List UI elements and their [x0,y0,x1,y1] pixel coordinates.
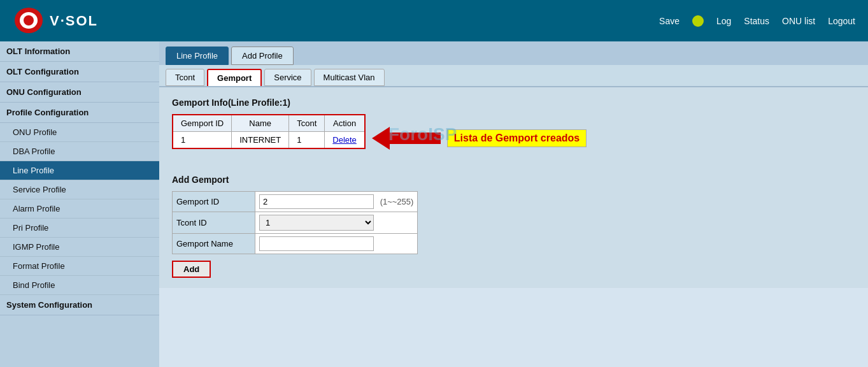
logo-text: V·SOL [50,13,98,29]
sidebar-item-system-configuration[interactable]: System Configuration [0,295,159,315]
table-row: 1 INTERNET 1 Delete [173,132,365,149]
gemport-name-input[interactable] [259,236,374,251]
sidebar-item-service-profile[interactable]: Service Profile [0,180,159,199]
annotation-row: Gemport ID Name Tcont Action 1 INTERNET … [172,114,855,162]
outer-tab-bar: Line Profile Add Profile [159,41,868,65]
svg-point-2 [24,15,34,25]
sidebar: OLT Information OLT Configuration ONU Co… [0,41,159,367]
input-cell-gemport-name [255,234,418,254]
add-button[interactable]: Add [172,261,211,278]
main-wrapper: Line Profile Add Profile Tcont Gemport S… [159,41,868,367]
gemport-table: Gemport ID Name Tcont Action 1 INTERNET … [172,114,366,149]
form-row-gemport-id: Gemport ID (1~~255) [173,192,418,212]
cell-gemport-id: 1 [173,132,232,149]
tab-add-profile[interactable]: Add Profile [231,47,294,65]
gemport-info-title: Gemport Info(Line Profile:1) [172,97,855,108]
sidebar-item-line-profile[interactable]: Line Profile [0,161,159,180]
delete-link[interactable]: Delete [332,135,357,145]
status-link[interactable]: Status [744,16,769,26]
form-row-gemport-name: Gemport Name [173,234,418,254]
label-gemport-name: Gemport Name [173,234,255,254]
arrow-head [372,127,390,150]
cell-tcont: 1 [289,132,325,149]
sidebar-item-olt-information[interactable]: OLT Information [0,41,159,62]
status-indicator [692,15,704,27]
arrow-container [372,127,441,150]
tab-gemport[interactable]: Gemport [207,69,262,86]
onu-list-link[interactable]: ONU list [782,16,815,26]
sidebar-item-igmp-profile[interactable]: IGMP Profile [0,238,159,257]
logout-link[interactable]: Logout [828,16,855,26]
sidebar-item-olt-configuration[interactable]: OLT Configuration [0,62,159,82]
cell-action: Delete [325,132,365,149]
sidebar-item-dba-profile[interactable]: DBA Profile [0,142,159,161]
log-link[interactable]: Log [716,16,731,26]
arrow-body [390,133,441,144]
content-area: Gemport Info(Line Profile:1) Gemport ID … [159,87,868,288]
col-action: Action [325,115,365,132]
header-right: Save Log Status ONU list Logout [659,15,855,27]
layout: OLT Information OLT Configuration ONU Co… [0,41,868,367]
sidebar-item-alarm-profile[interactable]: Alarm Profile [0,199,159,219]
gemport-id-input[interactable] [259,194,374,209]
input-cell-tcont-id: 1 2 3 [255,212,418,234]
sidebar-item-onu-configuration[interactable]: ONU Configuration [0,82,159,103]
input-cell-gemport-id: (1~~255) [255,192,418,212]
form-row-tcont-id: Tcont ID 1 2 3 [173,212,418,234]
logo-area: V·SOL [13,6,98,35]
sidebar-item-profile-configuration[interactable]: Profile Configuration [0,103,159,123]
col-tcont: Tcont [289,115,325,132]
sidebar-item-format-profile[interactable]: Format Profile [0,257,159,276]
add-gemport-form: Gemport ID (1~~255) Tcont ID 1 [172,191,418,254]
tab-line-profile[interactable]: Line Profile [166,47,229,65]
tcont-id-select[interactable]: 1 2 3 [259,215,374,231]
sidebar-item-bind-profile[interactable]: Bind Profile [0,276,159,295]
tab-service[interactable]: Service [264,69,311,86]
tab-multicast-vlan[interactable]: Multicast Vlan [314,69,385,86]
col-name: Name [232,115,289,132]
add-gemport-title: Add Gemport [172,175,855,185]
sidebar-item-pri-profile[interactable]: Pri Profile [0,219,159,238]
inner-tab-bar: Tcont Gemport Service Multicast Vlan [159,65,868,87]
annotation-label: Lista de Gemport creados [447,129,587,147]
vsol-logo [13,6,45,35]
label-gemport-id: Gemport ID [173,192,255,212]
label-tcont-id: Tcont ID [173,212,255,234]
sidebar-item-onu-profile[interactable]: ONU Profile [0,123,159,142]
header: V·SOL Save Log Status ONU list Logout [0,0,868,41]
save-label: Save [659,16,679,26]
main: Line Profile Add Profile Tcont Gemport S… [159,41,868,288]
tab-tcont[interactable]: Tcont [166,69,204,86]
gemport-id-hint: (1~~255) [380,197,414,206]
cell-name: INTERNET [232,132,289,149]
col-gemport-id: Gemport ID [173,115,232,132]
